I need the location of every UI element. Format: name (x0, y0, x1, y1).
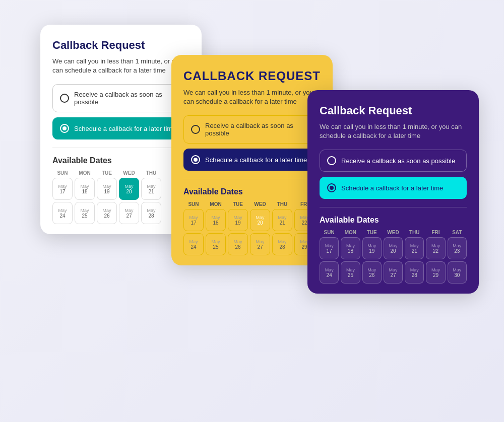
middle-day-may26[interactable]: May26 (228, 233, 248, 255)
right-cal-row1: May17 May18 May19 May20 May21 May22 May2… (320, 237, 467, 259)
right-day-may21[interactable]: May21 (405, 237, 424, 259)
right-radio-asap (327, 156, 336, 165)
middle-day-may25[interactable]: May25 (206, 233, 226, 255)
left-day-may20[interactable]: May20 (119, 178, 139, 200)
middle-day-may17[interactable]: May17 (183, 209, 204, 231)
middle-dates-title: Available Dates (183, 187, 321, 196)
right-option-asap[interactable]: Receive a callback as soon as possible (320, 150, 467, 172)
right-day-may23[interactable]: May23 (448, 237, 467, 259)
right-option-later-label: Schedule a callback for a later time (341, 184, 443, 192)
middle-card-title: CALLBACK REQUEST (183, 69, 321, 83)
left-cal-row1: May17 May18 May19 May20 May21 (52, 178, 190, 200)
left-day-may24[interactable]: May24 (52, 202, 73, 224)
middle-cal-row1: May17 May18 May19 May20 May21 May22 (183, 209, 321, 231)
middle-day-may21[interactable]: May21 (272, 209, 292, 231)
middle-card-desc: We can call you in less than 1 minute, o… (183, 88, 321, 106)
left-option-asap-label: Receive a callback as soon as possible (74, 91, 182, 106)
left-day-may18[interactable]: May18 (75, 178, 95, 200)
left-day-may21[interactable]: May21 (141, 178, 161, 200)
card-right: Callback Request We can call you in less… (307, 90, 479, 294)
left-divider (52, 148, 190, 148)
right-card-title: Callback Request (320, 104, 467, 117)
right-option-later[interactable]: Schedule a callback for a later time (320, 177, 467, 199)
middle-radio-asap (191, 125, 200, 134)
scene: Callback Request We can call you in less… (25, 15, 479, 407)
middle-day-may18[interactable]: May18 (206, 209, 226, 231)
left-cal-headers: SUN MON TUE WED THU (52, 170, 190, 176)
left-day-may25[interactable]: May25 (75, 202, 95, 224)
left-day-may17[interactable]: May17 (52, 178, 73, 200)
right-header-thu: THU (405, 230, 424, 235)
left-header-mon: MON (75, 170, 95, 176)
right-cal-headers: SUN MON TUE WED THU FRI SAT (320, 230, 467, 235)
right-day-may30[interactable]: May30 (448, 261, 467, 284)
left-cal-row2: May24 May25 May26 May27 May28 (52, 202, 190, 224)
left-option-later-label: Schedule a callback for a later time (74, 125, 176, 132)
right-option-asap-label: Receive a callback as soon as possible (341, 157, 455, 165)
right-header-tue: TUE (362, 230, 382, 235)
left-radio-asap (60, 94, 69, 103)
left-header-sun: SUN (52, 170, 73, 176)
middle-day-may27[interactable]: May27 (250, 233, 270, 255)
right-day-may19[interactable]: May19 (362, 237, 382, 259)
right-day-may29[interactable]: May29 (426, 261, 445, 284)
right-header-sat: SAT (448, 230, 467, 235)
right-radio-later (327, 183, 336, 192)
right-day-may27[interactable]: May27 (384, 261, 403, 284)
right-header-mon: MON (341, 230, 360, 235)
middle-header-thu: THU (272, 201, 292, 207)
left-card-title: Callback Request (52, 39, 190, 52)
left-day-may28[interactable]: May28 (141, 202, 161, 224)
middle-day-may24[interactable]: May24 (183, 233, 204, 255)
left-day-may26[interactable]: May26 (97, 202, 117, 224)
left-radio-later (60, 124, 69, 133)
right-day-may22[interactable]: May22 (426, 237, 445, 259)
left-day-may27[interactable]: May27 (119, 202, 139, 224)
right-day-may25[interactable]: May25 (341, 261, 360, 284)
middle-day-may20[interactable]: May20 (250, 209, 270, 231)
right-day-may26[interactable]: May26 (362, 261, 382, 284)
right-day-may20[interactable]: May20 (384, 237, 403, 259)
left-header-wed: WED (119, 170, 139, 176)
right-day-may18[interactable]: May18 (341, 237, 360, 259)
left-header-tue: TUE (97, 170, 117, 176)
right-header-sun: SUN (320, 230, 339, 235)
left-day-may19[interactable]: May19 (97, 178, 117, 200)
right-cal-row2: May24 May25 May26 May27 May28 May29 May3… (320, 261, 467, 284)
middle-divider (183, 179, 321, 179)
middle-option-later-label: Schedule a callback for a later time (205, 156, 307, 164)
left-option-later[interactable]: Schedule a callback for a later time (52, 117, 190, 139)
right-dates-title: Available Dates (320, 216, 467, 225)
middle-day-may28[interactable]: May28 (272, 233, 292, 255)
middle-option-asap-label: Receive a callback as soon as possible (205, 122, 313, 137)
left-dates-title: Available Dates (52, 156, 190, 165)
middle-day-may19[interactable]: May19 (228, 209, 248, 231)
middle-option-asap[interactable]: Receive a callback as soon as possible (183, 115, 321, 144)
right-day-may28[interactable]: May28 (405, 261, 424, 284)
middle-option-later[interactable]: Schedule a callback for a later time (183, 149, 321, 171)
right-header-fri: FRI (426, 230, 445, 235)
middle-cal-headers: SUN MON TUE WED THU FRI (183, 201, 321, 207)
left-header-thu: THU (141, 170, 161, 176)
middle-radio-later (191, 155, 200, 164)
right-day-may17[interactable]: May17 (320, 237, 339, 259)
middle-header-sun: SUN (183, 201, 204, 207)
right-day-may24[interactable]: May24 (320, 261, 339, 284)
middle-header-mon: MON (206, 201, 226, 207)
middle-cal-row2: May24 May25 May26 May27 May28 May29 (183, 233, 321, 255)
right-header-wed: WED (384, 230, 403, 235)
right-card-desc: We can call you in less than 1 minute, o… (320, 122, 467, 140)
left-card-desc: We can call you in less than 1 minute, o… (52, 57, 190, 75)
right-divider (320, 207, 467, 207)
middle-header-tue: TUE (228, 201, 248, 207)
left-option-asap[interactable]: Receive a callback as soon as possible (52, 84, 190, 112)
middle-header-wed: WED (250, 201, 270, 207)
